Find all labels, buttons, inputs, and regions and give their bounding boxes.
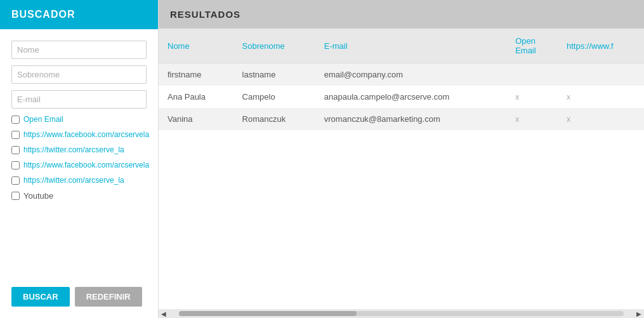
cell-nome: Vanina xyxy=(159,108,233,130)
cell-extra: x xyxy=(558,86,644,108)
sidebar-header: BUSCADOR xyxy=(0,0,158,29)
cell-email: email@company.com xyxy=(315,63,506,86)
scrollbar-track xyxy=(179,311,624,316)
buscar-button[interactable]: BUSCAR xyxy=(11,287,70,307)
cell-sobrenome: Campelo xyxy=(233,86,315,108)
checkbox-facebook-2-label: https://www.facebook.com/arcservela xyxy=(23,161,149,169)
checkbox-twitter-1-label: https://twitter.com/arcserve_la xyxy=(23,145,124,154)
main-panel: RESULTADOS Nome Sobrenome E-mail OpenEma… xyxy=(159,0,644,318)
cell-extra xyxy=(558,63,644,86)
cell-nome: Ana Paula xyxy=(159,86,233,108)
scroll-left-arrow[interactable]: ◀ xyxy=(159,308,169,318)
checkbox-youtube-input[interactable] xyxy=(11,192,20,200)
checkbox-youtube: Youtube xyxy=(11,191,147,201)
cell-sobrenome: lastname xyxy=(233,63,315,86)
table-row: Ana Paula Campelo anapaula.campelo@arcse… xyxy=(159,86,644,108)
checkbox-open-email: Open Email xyxy=(11,115,147,124)
checkbox-youtube-label: Youtube xyxy=(23,191,53,201)
scrollbar-thumb[interactable] xyxy=(179,311,357,316)
checkbox-twitter-1-input[interactable] xyxy=(11,146,20,154)
col-nome: Nome xyxy=(159,29,233,63)
checkbox-facebook-2-input[interactable] xyxy=(11,161,20,169)
checkbox-twitter-2-label: https://twitter.com/arcserve_la xyxy=(23,176,124,185)
sidebar-body: Open Email https://www.facebook.com/arcs… xyxy=(0,29,158,281)
cell-open-email xyxy=(506,63,558,86)
nome-input[interactable] xyxy=(11,41,147,59)
scroll-right-arrow[interactable]: ▶ xyxy=(634,308,644,318)
checkbox-facebook-1-label: https://www.facebook.com/arcservela xyxy=(23,130,149,139)
cell-open-email: x xyxy=(506,108,558,130)
checkbox-facebook-2: https://www.facebook.com/arcservela xyxy=(11,161,147,169)
cell-nome: firstname xyxy=(159,63,233,86)
cell-extra: x xyxy=(558,108,644,130)
col-extra: https://www.f xyxy=(558,29,644,63)
cell-open-email: x xyxy=(506,86,558,108)
col-open-email: OpenEmail xyxy=(506,29,558,63)
checkbox-twitter-1: https://twitter.com/arcserve_la xyxy=(11,145,147,154)
sobrenome-input[interactable] xyxy=(11,65,147,84)
table-header-row: Nome Sobrenome E-mail OpenEmail https://… xyxy=(159,29,644,63)
checkbox-facebook-1-input[interactable] xyxy=(11,131,20,139)
horizontal-scrollbar[interactable]: ◀ ▶ xyxy=(159,309,644,318)
checkbox-facebook-1: https://www.facebook.com/arcservela xyxy=(11,130,147,139)
checkbox-twitter-2-input[interactable] xyxy=(11,176,20,185)
checkbox-open-email-label: Open Email xyxy=(23,115,63,124)
table-row: Vanina Romanczuk vromanczuk@8amarketing.… xyxy=(159,108,644,130)
results-table: Nome Sobrenome E-mail OpenEmail https://… xyxy=(159,29,644,130)
col-email: E-mail xyxy=(315,29,506,63)
cell-email: vromanczuk@8amarketing.com xyxy=(315,108,506,130)
cell-email: anapaula.campelo@arcserve.com xyxy=(315,86,506,108)
col-sobrenome: Sobrenome xyxy=(233,29,315,63)
results-header: RESULTADOS xyxy=(159,0,644,29)
checkbox-open-email-input[interactable] xyxy=(11,116,20,124)
table-container[interactable]: Nome Sobrenome E-mail OpenEmail https://… xyxy=(159,29,644,309)
table-row: firstname lastname email@company.com xyxy=(159,63,644,86)
sidebar-buttons: BUSCAR REDEFINIR xyxy=(0,281,158,318)
cell-sobrenome: Romanczuk xyxy=(233,108,315,130)
email-input[interactable] xyxy=(11,90,147,109)
redefinir-button[interactable]: REDEFINIR xyxy=(75,287,142,307)
checkbox-twitter-2: https://twitter.com/arcserve_la xyxy=(11,176,147,185)
sidebar: BUSCADOR Open Email https://www.facebook… xyxy=(0,0,159,318)
